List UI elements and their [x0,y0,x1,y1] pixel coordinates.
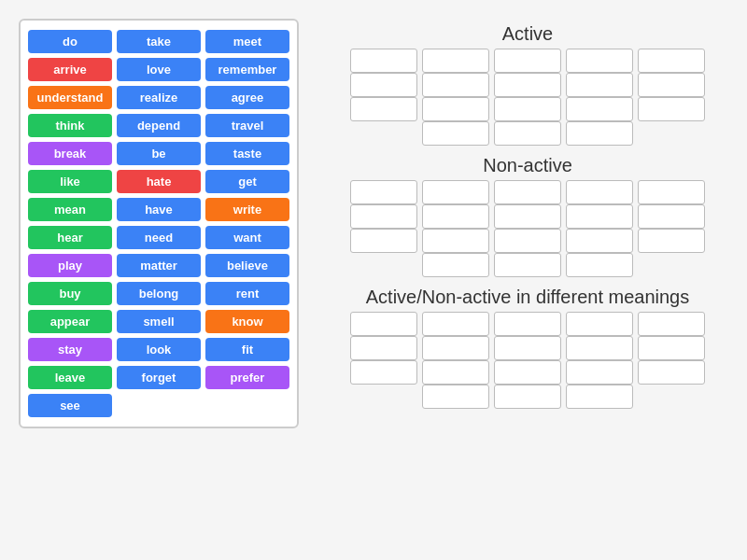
word-tile-do[interactable]: do [28,30,112,53]
drop-cell[interactable] [566,97,633,121]
drop-cell[interactable] [494,49,561,73]
word-tile-meet[interactable]: meet [205,30,289,53]
word-tile-fit[interactable]: fit [205,338,289,361]
drop-cell[interactable] [494,204,561,229]
word-tile-prefer[interactable]: prefer [205,366,289,389]
drop-cell[interactable] [566,312,633,336]
drop-cell[interactable] [350,180,417,204]
drop-cell[interactable] [566,204,633,229]
drop-cell[interactable] [494,385,561,409]
word-tile-get[interactable]: get [205,170,289,193]
drop-cell[interactable] [494,73,561,97]
drop-cell[interactable] [422,204,489,229]
drop-cell[interactable] [566,49,633,73]
drop-cell[interactable] [566,73,633,97]
word-tile-want[interactable]: want [205,226,289,249]
drop-cell[interactable] [566,121,633,146]
drop-cell[interactable] [422,49,489,73]
drop-cell[interactable] [422,229,489,253]
word-tile-see[interactable]: see [28,394,112,417]
word-tile-need[interactable]: need [117,226,201,249]
drop-cell[interactable] [422,312,489,336]
drop-cell[interactable] [566,360,633,385]
drop-row [327,253,728,277]
drop-cell[interactable] [638,204,705,229]
drop-cell[interactable] [494,253,561,277]
drop-cell[interactable] [638,360,705,385]
drop-cell[interactable] [350,312,417,336]
word-tile-look[interactable]: look [117,338,201,361]
drop-cell[interactable] [638,180,705,204]
word-tile-hate[interactable]: hate [117,170,201,193]
drop-cell[interactable] [494,336,561,360]
word-tile-stay[interactable]: stay [28,338,112,361]
word-tile-taste[interactable]: taste [205,142,289,165]
drop-cell[interactable] [350,49,417,73]
drop-cell[interactable] [422,180,489,204]
word-tile-rent[interactable]: rent [205,282,289,305]
section-active: Active [327,23,728,146]
word-tile-belong[interactable]: belong [117,282,201,305]
word-tile-be[interactable]: be [117,142,201,165]
drop-cell[interactable] [350,73,417,97]
drop-cell[interactable] [422,360,489,385]
word-tile-depend[interactable]: depend [117,114,201,137]
drop-cell[interactable] [350,229,417,253]
word-tile-forget[interactable]: forget [117,366,201,389]
drop-cell[interactable] [422,253,489,277]
drop-cell[interactable] [350,97,417,121]
word-tile-know[interactable]: know [205,310,289,333]
drop-cell[interactable] [422,73,489,97]
section-title: Active [327,23,728,45]
drop-cell[interactable] [566,336,633,360]
word-tile-take[interactable]: take [117,30,201,53]
drop-cell[interactable] [494,360,561,385]
drop-row [327,360,728,385]
word-tile-agree[interactable]: agree [205,86,289,109]
drop-cell[interactable] [638,229,705,253]
drop-cell[interactable] [422,97,489,121]
drop-cell[interactable] [494,180,561,204]
word-tile-think[interactable]: think [28,114,112,137]
word-tile-travel[interactable]: travel [205,114,289,137]
word-tile-leave[interactable]: leave [28,366,112,389]
drop-cell[interactable] [494,312,561,336]
drop-cell[interactable] [566,385,633,409]
word-tile-understand[interactable]: understand [28,86,112,109]
drop-cell[interactable] [638,97,705,121]
word-tile-break[interactable]: break [28,142,112,165]
drop-cell[interactable] [638,73,705,97]
word-tile-have[interactable]: have [117,198,201,221]
drop-cell[interactable] [350,360,417,385]
word-tile-arrive[interactable]: arrive [28,58,112,81]
word-tile-remember[interactable]: remember [205,58,289,81]
word-tile-write[interactable]: write [205,198,289,221]
word-tile-appear[interactable]: appear [28,310,112,333]
drop-cell[interactable] [494,121,561,146]
drop-cell[interactable] [566,180,633,204]
drop-cell[interactable] [422,121,489,146]
word-tile-play[interactable]: play [28,254,112,277]
word-tile-smell[interactable]: smell [117,310,201,333]
word-tile-realize[interactable]: realize [117,86,201,109]
word-tile-mean[interactable]: mean [28,198,112,221]
drop-cell[interactable] [494,97,561,121]
drop-cell[interactable] [350,204,417,229]
word-tile-hear[interactable]: hear [28,226,112,249]
word-tile-buy[interactable]: buy [28,282,112,305]
drop-cell[interactable] [422,336,489,360]
drop-cell[interactable] [638,312,705,336]
drop-cell[interactable] [566,229,633,253]
drop-cell[interactable] [350,336,417,360]
drop-cell[interactable] [494,229,561,253]
word-tile-matter[interactable]: matter [117,254,201,277]
word-tile-like[interactable]: like [28,170,112,193]
word-tile-love[interactable]: love [117,58,201,81]
drop-cell[interactable] [566,253,633,277]
drop-row [327,73,728,97]
word-tile-believe[interactable]: believe [205,254,289,277]
drop-cell[interactable] [422,385,489,409]
section-active/non-active-in-different-meanings: Active/Non-active in different meanings [327,287,728,409]
drop-cell[interactable] [638,336,705,360]
drop-cell[interactable] [638,49,705,73]
